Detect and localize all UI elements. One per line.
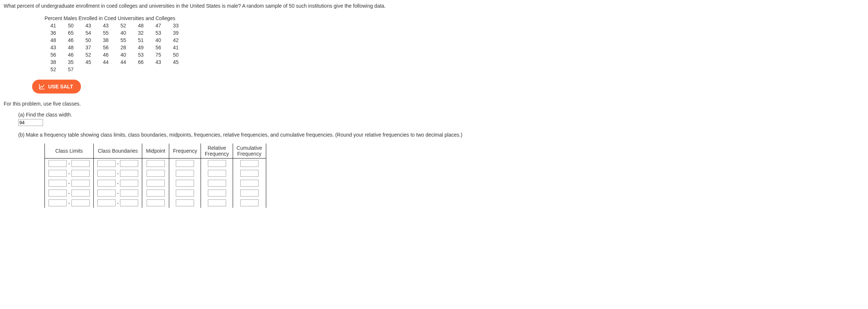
data-row: 4846503855514042 [44,37,185,44]
header-class-boundaries: Class Boundaries [93,144,142,159]
data-cell: 50 [167,51,185,58]
midpoint-input[interactable] [147,170,165,177]
data-cell: 33 [167,22,185,29]
class-width-input[interactable] [18,119,43,126]
class-boundary-low-input[interactable] [97,199,116,206]
data-section: Percent Males Enrolled in Coed Universit… [44,15,864,73]
class-limit-high-input[interactable] [71,190,90,197]
midpoint-input[interactable] [147,180,165,187]
dash: - [68,161,70,167]
data-cell [167,66,185,73]
class-boundary-high-input[interactable] [120,180,138,187]
class-limit-high-input[interactable] [71,160,90,167]
data-row: 4150434352484733 [44,22,185,29]
midpoint-input[interactable] [147,160,165,167]
data-cell: 38 [44,58,62,66]
class-limit-low-input[interactable] [49,199,67,206]
class-limit-high-input[interactable] [71,180,90,187]
midpoint-input[interactable] [147,190,165,197]
data-cell: 46 [62,51,80,58]
data-cell: 37 [80,44,97,51]
data-cell: 44 [97,58,115,66]
data-cell: 55 [115,37,132,44]
frequency-input[interactable] [176,160,194,167]
class-boundary-high-input[interactable] [120,160,138,167]
data-cell: 40 [150,37,167,44]
class-boundary-low-input[interactable] [97,160,116,167]
class-boundary-low-input[interactable] [97,180,116,187]
data-cell: 32 [132,29,150,37]
class-boundary-high-input[interactable] [120,170,138,177]
data-grid: 4150434352484733366554554032533948465038… [44,22,185,73]
cumulative-frequency-input[interactable] [240,180,259,187]
dash: - [117,171,119,176]
frequency-table: Class Limits Class Boundaries Midpoint F… [44,144,266,208]
data-row: 3665545540325339 [44,29,185,37]
data-cell [132,66,150,73]
class-limit-low-input[interactable] [49,190,67,197]
frequency-input[interactable] [176,190,194,197]
instruction-text: For this problem, use five classes. [4,101,864,107]
dash: - [68,171,70,176]
data-cell: 36 [44,29,62,37]
data-cell: 35 [62,58,80,66]
data-cell: 55 [97,29,115,37]
class-limit-high-input[interactable] [71,199,90,206]
frequency-input[interactable] [176,199,194,206]
midpoint-input[interactable] [147,199,165,206]
data-cell: 38 [97,37,115,44]
header-cumulative-frequency: CumulativeFrequency [233,144,266,159]
data-cell [97,66,115,73]
data-cell: 46 [97,51,115,58]
relative-frequency-input[interactable] [208,170,226,177]
class-limit-high-input[interactable] [71,170,90,177]
data-cell: 39 [167,29,185,37]
class-boundary-low-input[interactable] [97,190,116,197]
data-cell: 46 [62,37,80,44]
cumulative-frequency-input[interactable] [240,190,259,197]
data-cell: 53 [150,29,167,37]
relative-frequency-input[interactable] [208,199,226,206]
data-cell: 52 [115,22,132,29]
table-row: -- [45,168,266,178]
data-row: 4348375628495641 [44,44,185,51]
data-cell: 28 [115,44,132,51]
data-cell: 45 [167,58,185,66]
part-a-label: (a) Find the class width. [18,112,864,118]
frequency-table-wrap: Class Limits Class Boundaries Midpoint F… [44,144,864,208]
data-cell: 40 [115,51,132,58]
cumulative-frequency-input[interactable] [240,160,259,167]
dash: - [68,200,70,206]
frequency-input[interactable] [176,180,194,187]
data-row: 3835454444664345 [44,58,185,66]
data-cell: 48 [62,44,80,51]
header-midpoint: Midpoint [142,144,169,159]
table-row: -- [45,159,266,169]
data-cell: 44 [115,58,132,66]
class-limit-low-input[interactable] [49,160,67,167]
class-boundary-high-input[interactable] [120,190,138,197]
data-cell [150,66,167,73]
cumulative-frequency-input[interactable] [240,170,259,177]
class-boundary-high-input[interactable] [120,199,138,206]
data-cell [80,66,97,73]
part-a: (a) Find the class width. [18,112,864,126]
relative-frequency-input[interactable] [208,160,226,167]
frequency-input[interactable] [176,170,194,177]
relative-frequency-input[interactable] [208,180,226,187]
data-cell: 43 [80,22,97,29]
data-cell: 45 [80,58,97,66]
use-salt-button[interactable]: USE SALT [32,80,81,94]
class-limit-low-input[interactable] [49,170,67,177]
data-cell: 56 [44,51,62,58]
relative-frequency-input[interactable] [208,190,226,197]
cumulative-frequency-input[interactable] [240,199,259,206]
dash: - [117,180,119,186]
data-cell: 47 [150,22,167,29]
data-cell: 53 [132,51,150,58]
data-row: 5646524640537550 [44,51,185,58]
class-limit-low-input[interactable] [49,180,67,187]
class-boundary-low-input[interactable] [97,170,116,177]
table-row: -- [45,188,266,198]
header-relative-frequency: RelativeFrequency [201,144,233,159]
